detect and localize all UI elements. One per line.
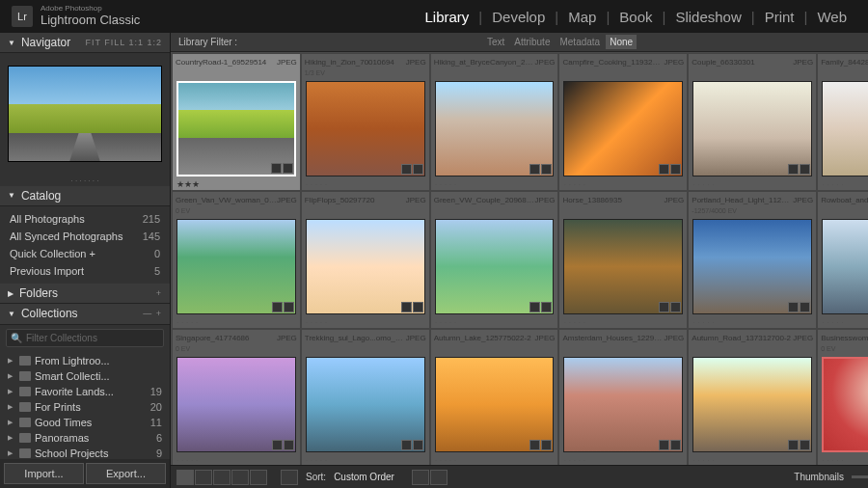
folders-add-icon[interactable]: + — [156, 288, 162, 298]
catalog-item[interactable]: Previous Import5 — [0, 262, 170, 280]
badge-icon[interactable] — [272, 302, 283, 312]
rating-stars[interactable]: · · · · · — [173, 316, 300, 328]
filter-metadata[interactable]: Metadata — [556, 35, 604, 49]
catalog-item[interactable]: All Synced Photographs145 — [0, 228, 170, 245]
compare-view-icon[interactable] — [213, 470, 231, 485]
rating-stars[interactable]: ★★★ — [173, 178, 300, 190]
thumbnail[interactable] — [306, 81, 425, 176]
filter-attribute[interactable]: Attribute — [510, 35, 554, 49]
export-button[interactable]: Export... — [86, 463, 166, 484]
badge-icon[interactable] — [670, 164, 681, 175]
thumbnail[interactable] — [692, 357, 812, 452]
rating-stars[interactable]: · · · · · — [559, 178, 687, 190]
collection-item[interactable]: ▶Good Times11 — [0, 415, 170, 430]
rating-stars[interactable]: · · · · · — [689, 316, 816, 328]
catalog-item[interactable]: All Photographs215 — [0, 210, 170, 228]
photo-cell[interactable]: Hiking_at_BryceCanyon_211015870JPEG· · ·… — [430, 53, 559, 191]
thumbnail[interactable] — [563, 357, 683, 452]
rating-stars[interactable]: · · · · · — [302, 454, 429, 465]
thumbnail[interactable] — [563, 219, 683, 314]
badge-icon[interactable] — [659, 164, 669, 175]
collection-item[interactable]: ▶Favorite Lands...19 — [0, 384, 170, 399]
collections-header[interactable]: ▼ Collections — + — [0, 304, 170, 324]
grid-view-icon[interactable] — [176, 470, 194, 485]
badge-icon[interactable] — [659, 302, 669, 312]
import-button[interactable]: Import... — [4, 463, 84, 484]
thumbnail[interactable] — [692, 81, 812, 176]
rating-stars[interactable]: · · · · · — [431, 178, 558, 190]
rating-stars[interactable]: · · · · · — [818, 178, 868, 190]
thumbnail-size-slider[interactable] — [852, 475, 868, 478]
badge-icon[interactable] — [659, 440, 669, 450]
rating-stars[interactable]: · · · · · — [818, 454, 868, 465]
badge-icon[interactable] — [413, 440, 423, 450]
disclosure-triangle-icon[interactable]: ▼ — [8, 39, 15, 47]
rating-stars[interactable]: · · · · · — [689, 178, 816, 190]
rating-stars[interactable]: · · · · · — [302, 316, 429, 328]
photo-cell[interactable]: Trekking_sul_Lago...omo_193948254JPEG· ·… — [301, 329, 430, 465]
catalog-item[interactable]: Quick Collection +0 — [0, 245, 170, 262]
collection-item[interactable]: ▶For Prints20 — [0, 399, 170, 415]
badge-icon[interactable] — [541, 302, 552, 312]
thumbnail[interactable] — [435, 219, 555, 314]
photo-cell[interactable]: Portland_Head_Light_112166324JPEG-1257/4… — [688, 191, 817, 329]
module-web[interactable]: Web — [807, 5, 856, 29]
filter-none[interactable]: None — [606, 35, 637, 49]
badge-icon[interactable] — [529, 440, 540, 450]
flag-icon[interactable] — [412, 470, 429, 485]
survey-view-icon[interactable] — [231, 470, 249, 485]
thumbnail[interactable] — [822, 81, 868, 176]
collection-item[interactable]: ▶Panoramas6 — [0, 430, 170, 446]
badge-icon[interactable] — [401, 302, 412, 312]
thumbnail[interactable] — [176, 357, 296, 452]
thumbnail[interactable] — [822, 219, 868, 314]
badge-icon[interactable] — [800, 440, 810, 450]
badge-icon[interactable] — [541, 164, 552, 175]
photo-cell[interactable]: Hiking_in_Zion_70010694JPEG1/3 EV· · · ·… — [301, 53, 430, 191]
badge-icon[interactable] — [283, 163, 293, 174]
painter-icon[interactable] — [281, 470, 298, 485]
reject-icon[interactable] — [430, 470, 448, 485]
thumbnail[interactable] — [176, 219, 296, 314]
disclosure-triangle-icon[interactable]: ▼ — [8, 310, 15, 318]
collection-item[interactable]: ▶Smart Collecti... — [0, 368, 170, 384]
photo-cell[interactable]: Rowboat_and_Dock_181331006JPEG· · · · · — [817, 191, 868, 329]
rating-stars[interactable]: · · · · · — [818, 316, 868, 328]
disclosure-triangle-icon[interactable]: ▼ — [8, 191, 15, 200]
photo-cell[interactable]: FlipFlops_50297720JPEG· · · · · — [301, 191, 430, 329]
photo-cell[interactable]: Couple_66330301JPEG· · · · · — [688, 53, 817, 191]
thumbnail[interactable] — [306, 219, 425, 314]
badge-icon[interactable] — [271, 163, 282, 174]
badge-icon[interactable] — [800, 302, 810, 312]
badge-icon[interactable] — [670, 440, 681, 450]
thumbnail[interactable] — [563, 81, 683, 176]
thumbnail[interactable] — [822, 357, 868, 452]
module-library[interactable]: Library — [415, 5, 478, 29]
module-slideshow[interactable]: Slideshow — [665, 5, 750, 29]
photo-cell[interactable]: Autumn_Lake_125775022-2JPEG· · · · · — [430, 329, 559, 465]
thumbnail[interactable] — [176, 81, 296, 176]
rating-stars[interactable]: · · · · · — [559, 454, 687, 465]
photo-cell[interactable]: Businesswoman_18378685JPEG0 EV· · · · · — [817, 329, 868, 465]
photo-cell[interactable]: Singapore_41774686JPEG0 EV· · · · · — [172, 329, 301, 465]
badge-icon[interactable] — [401, 440, 412, 450]
badge-icon[interactable] — [541, 440, 552, 450]
module-print[interactable]: Print — [755, 5, 804, 29]
badge-icon[interactable] — [670, 302, 681, 312]
module-develop[interactable]: Develop — [482, 5, 555, 29]
photo-cell[interactable]: CountryRoad-1_69529514JPEG★★★ — [172, 53, 301, 191]
navigator-preview[interactable] — [0, 53, 170, 175]
disclosure-triangle-icon[interactable]: ▶ — [8, 289, 14, 298]
rating-stars[interactable]: · · · · · — [559, 316, 687, 328]
badge-icon[interactable] — [413, 302, 423, 312]
photo-cell[interactable]: Campfire_Cooking_119320839JPEG· · · · · — [558, 53, 688, 191]
folders-header[interactable]: ▶ Folders + — [0, 284, 170, 304]
thumbnail[interactable] — [435, 357, 555, 452]
collections-search[interactable]: 🔍 Filter Collections — [6, 329, 164, 347]
photo-cell[interactable]: Horse_13886935JPEG· · · · · — [558, 191, 688, 329]
badge-icon[interactable] — [800, 164, 810, 175]
photo-cell[interactable]: Amsterdam_Houses_122940375JPEG· · · · · — [558, 329, 688, 465]
badge-icon[interactable] — [284, 302, 294, 312]
module-map[interactable]: Map — [558, 5, 606, 29]
rating-stars[interactable]: · · · · · — [302, 178, 429, 190]
